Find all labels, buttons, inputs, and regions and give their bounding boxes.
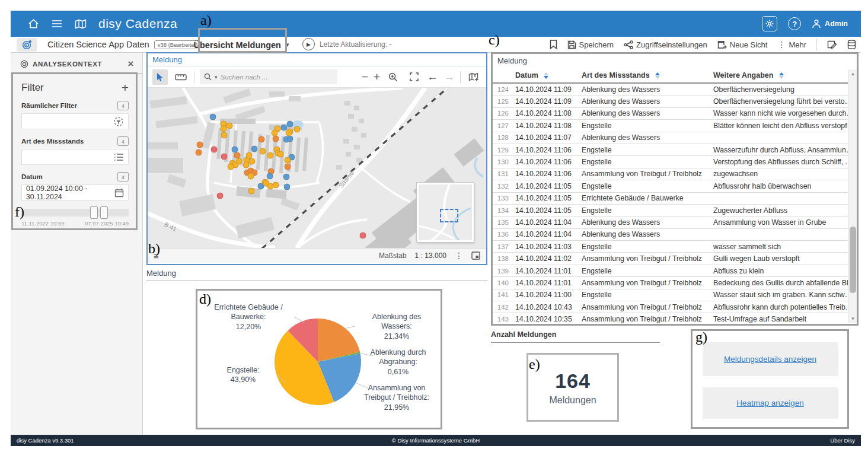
map-marker[interactable] — [273, 135, 279, 142]
access-settings-button[interactable]: Zugriffseinstellungen — [624, 40, 707, 49]
help-icon[interactable]: ? — [788, 17, 801, 30]
map-marker[interactable] — [258, 136, 264, 142]
map-marker[interactable] — [235, 158, 242, 164]
map-marker[interactable] — [221, 153, 228, 160]
map-marker[interactable] — [359, 233, 366, 239]
view-selector-dropdown[interactable]: Übersicht Meldungen ▾ — [200, 37, 283, 52]
scrollbar-thumb[interactable] — [850, 227, 856, 292]
map-marker[interactable] — [293, 126, 300, 132]
inset-extent-rect[interactable] — [440, 209, 458, 222]
filter-badge-spatial[interactable]: 4 — [117, 101, 129, 110]
zoom-in-button[interactable]: + — [374, 71, 380, 82]
map-marker[interactable] — [251, 145, 257, 152]
date-filter-input[interactable]: 01.09.2024 10:00 - 30.11.2024 — [21, 184, 129, 200]
workbook-logo[interactable] — [17, 38, 37, 52]
table-row[interactable]: 12614.10.2024 11:08Ablenkung des Wassers… — [493, 108, 857, 120]
map-marker[interactable] — [259, 148, 266, 154]
new-view-button[interactable]: Neue Sicht — [717, 40, 768, 49]
table-row[interactable]: 13814.10.2024 11:02Ansammlung von Treibg… — [493, 253, 857, 265]
map-marker[interactable] — [285, 164, 291, 170]
settings-icon[interactable] — [762, 16, 777, 31]
map-marker[interactable] — [267, 152, 273, 158]
table-row[interactable]: 14214.10.2024 10:43Ansammlung von Treibg… — [493, 301, 857, 313]
full-extent-button[interactable] — [406, 69, 422, 85]
table-row[interactable]: 13114.10.2024 11:06Ansammlung von Treibg… — [493, 168, 857, 180]
map-marker[interactable] — [285, 129, 292, 136]
map-marker[interactable] — [249, 158, 256, 164]
filter-badge-type[interactable]: 4 — [117, 136, 129, 146]
table-row[interactable]: 13414.10.2024 11:05EngstelleZugewucherte… — [493, 205, 857, 216]
home-icon[interactable] — [27, 18, 39, 30]
type-filter-input[interactable] — [21, 149, 129, 165]
table-row[interactable]: 12914.10.2024 11:06EngstelleWasserzufuhr… — [493, 144, 857, 156]
more-button[interactable]: ⋮ Mehr — [777, 40, 806, 49]
column-header-angaben[interactable]: Weitere Angaben — [711, 71, 848, 79]
table-scrollbar[interactable]: ▲ ▼ — [848, 69, 857, 323]
data-repository-button[interactable] — [847, 40, 856, 49]
map-marker[interactable] — [286, 135, 293, 142]
table-row[interactable]: 13914.10.2024 11:01EngstelleAbfluss zu k… — [493, 265, 857, 277]
map-marker[interactable] — [283, 173, 289, 180]
map-marker[interactable] — [226, 122, 232, 129]
table-row[interactable]: 14314.10.2024 10:35Ansammlung von Treibg… — [493, 313, 857, 323]
pointer-tool-button[interactable] — [152, 69, 168, 85]
show-heatmap-button[interactable]: Heatmap anzeigen — [703, 387, 838, 419]
map-marker[interactable] — [248, 188, 254, 195]
map-more-icon[interactable]: ⋮ — [455, 251, 463, 260]
refresh-play-button[interactable]: ▶ — [302, 38, 315, 50]
map-marker[interactable] — [271, 129, 277, 136]
table-row[interactable]: 12814.10.2024 11:07Ablenkung des Wassers — [493, 132, 857, 144]
map-marker[interactable] — [221, 132, 228, 138]
calendar-icon[interactable] — [114, 188, 124, 198]
map-marker[interactable] — [266, 173, 273, 179]
spatial-filter-input[interactable] — [21, 113, 129, 129]
scroll-up-icon[interactable]: ▲ — [848, 71, 857, 77]
map-marker[interactable] — [196, 141, 203, 148]
map-marker[interactable] — [242, 161, 249, 168]
date-range-slider[interactable] — [21, 209, 129, 216]
user-menu[interactable]: Admin — [812, 19, 848, 28]
map-marker[interactable] — [277, 151, 284, 157]
edit-page-button[interactable] — [827, 40, 837, 49]
add-map-layer-button[interactable] — [466, 69, 481, 85]
next-extent-button[interactable]: → — [443, 71, 455, 82]
map-viewport[interactable]: Saarstr B 41 — [148, 88, 486, 248]
column-header-art[interactable]: Art des Missstands — [579, 71, 711, 79]
map-marker[interactable] — [220, 125, 226, 132]
table-row[interactable]: 13214.10.2024 11:05EngstelleAbflussrohr … — [493, 180, 857, 192]
table-row[interactable]: 14114.10.2024 11:00EngstelleWasser staut… — [493, 289, 857, 301]
map-icon[interactable] — [75, 18, 87, 30]
slider-handle-end[interactable] — [100, 206, 108, 219]
filter-badge-date[interactable]: 4 — [117, 172, 129, 181]
table-row[interactable]: 12714.10.2024 11:08EngstelleBlätter könn… — [493, 120, 857, 132]
scroll-down-icon[interactable]: ▼ — [848, 316, 857, 321]
map-marker[interactable] — [227, 164, 234, 170]
map-panel-toggle-icon[interactable] — [471, 251, 480, 260]
map-marker[interactable] — [209, 113, 216, 120]
prev-extent-button[interactable]: ← — [427, 71, 438, 82]
table-row[interactable]: 12414.10.2024 11:09Ablenkung des Wassers… — [493, 84, 857, 95]
table-row[interactable]: 13314.10.2024 11:05Errichtete Gebäude / … — [493, 193, 857, 205]
close-icon[interactable]: × — [127, 59, 134, 69]
show-details-button[interactable]: Meldungsdetails anzeigen — [703, 342, 838, 376]
overview-inset-map[interactable] — [417, 183, 474, 242]
spatial-filter-icon[interactable] — [113, 116, 124, 127]
bookmark-button[interactable] — [550, 40, 557, 49]
list-icon[interactable] — [114, 153, 124, 161]
footer-about-link[interactable]: Über Disy — [830, 437, 855, 444]
scale-value[interactable]: 1 : 13.000 — [415, 251, 446, 260]
table-row[interactable]: 12514.10.2024 11:09Ablenkung des Wassers… — [493, 95, 857, 107]
map-search-box[interactable]: ▾ Suchen nach ... — [200, 69, 337, 84]
table-row[interactable]: 13514.10.2024 11:04Ablenkung des Wassers… — [493, 216, 857, 228]
map-marker[interactable] — [195, 149, 202, 155]
table-row[interactable]: 13714.10.2024 11:03Engstellewasser samme… — [493, 241, 857, 253]
map-marker[interactable] — [283, 184, 290, 190]
search-scope-chevron-icon[interactable]: ▾ — [215, 74, 218, 80]
menu-icon[interactable] — [51, 18, 63, 30]
table-row[interactable]: 13614.10.2024 11:04Ablenkung des Wassers — [493, 229, 857, 241]
column-header-datum[interactable]: Datum — [513, 71, 579, 79]
map-marker[interactable] — [284, 157, 291, 163]
measure-tool-button[interactable] — [173, 69, 189, 85]
map-marker[interactable] — [247, 173, 254, 179]
save-button[interactable]: Speichern — [567, 40, 614, 49]
